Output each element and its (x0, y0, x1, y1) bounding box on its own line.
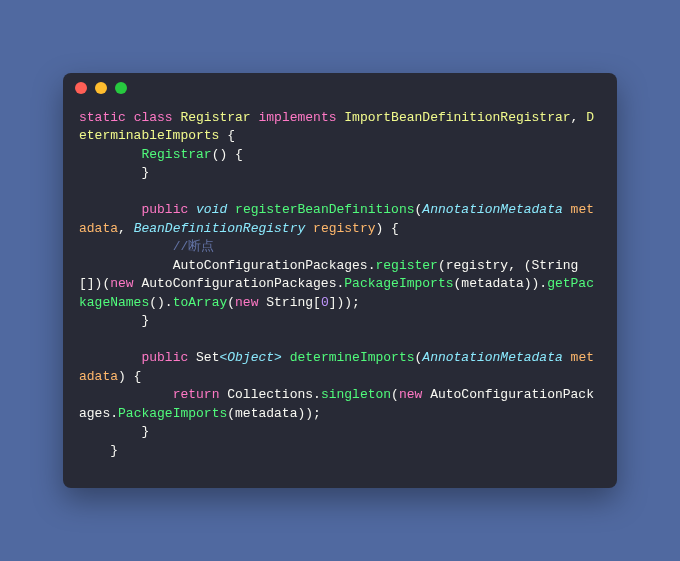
ident-acp2: AutoConfigurationPackages (141, 276, 336, 291)
generic-object: Object (227, 350, 274, 365)
param-type-3: AnnotationMetadata (422, 350, 562, 365)
generic-gt: > (274, 350, 282, 365)
ident-collections: Collections (227, 387, 313, 402)
titlebar (63, 73, 617, 103)
call-toArray: toArray (173, 295, 228, 310)
kw-new-1: new (110, 276, 133, 291)
method-registerBeanDefinitions: registerBeanDefinitions (235, 202, 414, 217)
param-2: registry (313, 221, 375, 236)
ctor-packageimports2: PackageImports (118, 406, 227, 421)
lit-zero: 0 (321, 295, 329, 310)
ident-acp: AutoConfigurationPackages (173, 258, 368, 273)
call-singleton: singleton (321, 387, 391, 402)
close-icon[interactable] (75, 82, 87, 94)
param-type-1: AnnotationMetadata (422, 202, 562, 217)
ctor: Registrar (141, 147, 211, 162)
minimize-icon[interactable] (95, 82, 107, 94)
kw-class: class (134, 110, 173, 125)
kw-return: return (173, 387, 220, 402)
kw-static: static (79, 110, 126, 125)
kw-public-2: public (141, 350, 188, 365)
arg-registry: registry (446, 258, 508, 273)
code-content: static class Registrar implements Import… (63, 103, 617, 489)
call-register: register (375, 258, 437, 273)
kw-new-3: new (399, 387, 422, 402)
arg-metadata: metadata (461, 276, 523, 291)
comment-break: //断点 (173, 239, 215, 254)
kw-public-1: public (141, 202, 188, 217)
param-type-2: BeanDefinitionRegistry (134, 221, 306, 236)
iface-1: ImportBeanDefinitionRegistrar (344, 110, 570, 125)
ctor-packageimports: PackageImports (344, 276, 453, 291)
type-stringarr: String (532, 258, 579, 273)
arg-metadata2: metadata (235, 406, 297, 421)
kw-implements: implements (258, 110, 336, 125)
code-window: static class Registrar implements Import… (63, 73, 617, 489)
ret-set: Set (196, 350, 219, 365)
method-determineImports: determineImports (290, 350, 415, 365)
class-name: Registrar (180, 110, 250, 125)
zoom-icon[interactable] (115, 82, 127, 94)
type-string2: String (266, 295, 313, 310)
kw-new-2: new (235, 295, 258, 310)
ret-void: void (196, 202, 227, 217)
